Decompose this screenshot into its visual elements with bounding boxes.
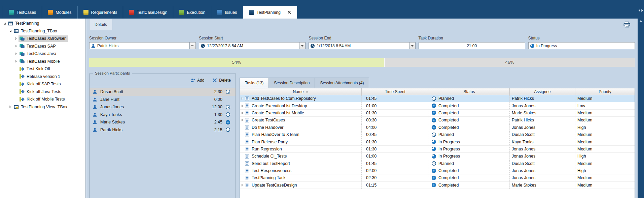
- task-row-run-regression[interactable]: Run Regression01:30In ProgressJonas Jone…: [240, 146, 635, 153]
- task-row-create-executionlist-desktop[interactable]: Create ExecutionList Desktop01:00Complet…: [240, 102, 635, 109]
- delete-participant-label: Delete: [219, 78, 231, 83]
- expanded-expander-icon[interactable]: [8, 28, 13, 33]
- session-start-dropdown-button[interactable]: [299, 43, 305, 49]
- print-icon[interactable]: [623, 22, 630, 28]
- task-time-spent: 01:45: [366, 161, 377, 166]
- tab-requirements[interactable]: Requirements: [78, 6, 123, 19]
- tab-session-description[interactable]: Session Description: [269, 78, 315, 88]
- tab-modules[interactable]: Modules: [42, 6, 77, 19]
- delete-participant-button[interactable]: Delete: [212, 78, 231, 83]
- task-icon: [245, 168, 250, 173]
- tree-item-testcases-xbrowser[interactable]: TestCases XBrowser: [0, 35, 85, 43]
- tab-testplanning[interactable]: TestPlanning: [243, 6, 297, 19]
- column-header-label: Name: [293, 89, 303, 94]
- session-end-label: Session End: [309, 36, 415, 40]
- tab-execution[interactable]: Execution: [173, 6, 211, 19]
- participant-row-patrik-hicks[interactable]: Patrik Hicks2:15: [90, 126, 236, 134]
- collapsed-expander-icon[interactable]: [13, 36, 19, 41]
- task-status-cell: Completed: [429, 124, 510, 131]
- tab-testcases[interactable]: TestCases: [3, 6, 42, 19]
- tree-item-testplanning-view-tbox[interactable]: TestPlanning View_TBox: [0, 103, 85, 111]
- tab-session-attachments-4[interactable]: Session Attachments (4): [315, 78, 369, 88]
- task-row-plan-release-party[interactable]: Plan Release Party01:30In ProgressKaya T…: [240, 138, 635, 145]
- task-row-test-responsiveness[interactable]: Test Responsiveness02:00CompletedJonas J…: [240, 167, 635, 174]
- task-row-testplanning-task[interactable]: TestPlanning Task02:30CompletedJonas Jon…: [240, 174, 635, 181]
- column-header-priority[interactable]: Priority: [575, 88, 635, 95]
- status-input[interactable]: In Progress: [528, 42, 635, 49]
- task-status-cell: Completed: [429, 182, 510, 189]
- column-header-status[interactable]: Status: [429, 88, 510, 95]
- tab-tasks-13[interactable]: Tasks (13): [240, 78, 269, 88]
- task-row-schedule-ci-tests[interactable]: Schedule CI_Tests01:00In ProgressJonas J…: [240, 153, 635, 160]
- tasks-panel: Tasks (13)Session DescriptionSession Att…: [240, 78, 635, 198]
- tree-item-testplanning[interactable]: TestPlanning: [0, 20, 85, 27]
- add-participant-button[interactable]: Add: [190, 78, 204, 83]
- column-header-label: Time Spent: [385, 89, 405, 94]
- tree-item-testcases-mobile[interactable]: TestCases Mobile: [0, 58, 85, 65]
- task-row-update-testcasedesign[interactable]: Update TestCaseDesign01:15CompletedMarie…: [240, 182, 635, 189]
- collapsed-expander-icon[interactable]: [8, 104, 13, 109]
- tree-item-testcases-sap[interactable]: TestCases SAP: [0, 43, 85, 50]
- task-row-send-out-testreport[interactable]: Send out TestReport01:45PlannedDusan Sco…: [240, 160, 635, 167]
- session-owner-browse-button[interactable]: [189, 43, 195, 49]
- participant-row-dusan-scott[interactable]: Dusan Scott2:30: [90, 88, 236, 96]
- session-owner-input[interactable]: Patrik Hicks: [89, 42, 196, 49]
- task-expander-cell: [240, 138, 251, 145]
- task-time-spent: 01:45: [366, 96, 377, 101]
- tree-item-testcases-java[interactable]: TestCases Java: [0, 50, 85, 58]
- collapsed-expander-icon[interactable]: [13, 59, 19, 64]
- session-participants-panel: Session Participants Add Delete Dusan Sc…: [89, 74, 236, 198]
- session-end-dropdown-button[interactable]: [409, 43, 415, 49]
- expand-task-icon[interactable]: [240, 96, 244, 101]
- participant-row-jonas-jones[interactable]: Jonas Jones12:00: [90, 103, 236, 111]
- tree-item-kick-off-java-tests[interactable]: Kick off Java Tests: [0, 88, 85, 96]
- tree-item-content: TestCases XBrowser: [19, 35, 68, 42]
- task-expander-cell: [240, 124, 251, 131]
- task-row-create-testcases[interactable]: Create TestCases00:30CompletedPatrik Hic…: [240, 117, 635, 124]
- tab-scroll-left-icon[interactable]: [638, 9, 641, 12]
- task-row-do-the-handover[interactable]: Do the Handover04:00CompletedJonas Jones…: [240, 124, 635, 131]
- milestone-icon: [20, 97, 25, 102]
- close-icon[interactable]: [287, 10, 291, 14]
- collapsed-expander-icon[interactable]: [13, 44, 19, 49]
- task-name: Create ExecutionList Desktop: [252, 104, 307, 108]
- tab-issues[interactable]: Issues: [211, 6, 243, 19]
- clock-icon: [431, 96, 436, 101]
- participant-row-marie-stokes[interactable]: Marie Stokes2:45: [90, 118, 236, 126]
- tree-item-test-kick-off[interactable]: Test Kick Off: [0, 65, 85, 73]
- tab-details[interactable]: Details: [89, 19, 112, 30]
- expand-task-icon[interactable]: [240, 104, 244, 108]
- expanded-expander-icon[interactable]: [2, 21, 7, 26]
- expand-task-icon[interactable]: [240, 118, 244, 122]
- task-assignee: Jonas Jones: [512, 168, 535, 173]
- tree-item-kick-off-sap-tests[interactable]: Kick off SAP Tests: [0, 80, 85, 88]
- tree-item-release-version-1[interactable]: Release version 1: [0, 73, 85, 81]
- column-header-name[interactable]: Name: [240, 88, 362, 95]
- expand-task-icon[interactable]: [240, 111, 244, 115]
- column-header-assignee[interactable]: Assignee: [510, 88, 575, 95]
- expander-spacer: [240, 125, 244, 130]
- tab-scroll-right-icon[interactable]: [641, 9, 644, 12]
- expand-task-icon[interactable]: [240, 183, 244, 187]
- task-row-plan-handover-to-xteam[interactable]: Plan HandOver to XTeam00:45PlannedDusan …: [240, 131, 635, 138]
- tree-item-testplanning-tbox[interactable]: TestPlanning_TBox: [0, 27, 85, 35]
- task-time-spent-cell: 01:45: [362, 160, 429, 167]
- task-row-add-testcases-to-com-repository[interactable]: Add TestCases to Com.Repository01:45Plan…: [240, 95, 635, 102]
- task-duration-input[interactable]: 21:00: [419, 42, 525, 49]
- tree-item-kick-off-mobile-tests[interactable]: Kick off Mobile Tests: [0, 95, 85, 103]
- task-expander-cell: [240, 95, 251, 102]
- person-icon: [93, 128, 97, 132]
- task-row-create-executionlist-mobile[interactable]: Create ExecutionList Mobile01:30Complete…: [240, 110, 635, 117]
- session-start-input[interactable]: 12/27/2017 8:54 AM: [199, 42, 306, 49]
- session-end-input[interactable]: 1/12/2018 8:54 AM: [309, 42, 415, 49]
- collapsed-expander-icon[interactable]: [13, 51, 19, 56]
- tree-item-label: TestPlanning_TBox: [21, 29, 57, 33]
- participant-row-kaya-tonks[interactable]: Kaya Tonks1:30: [90, 111, 236, 119]
- completed-icon: [225, 120, 230, 125]
- tree-item-label: Kick off Java Tests: [27, 89, 61, 94]
- completed-icon: [431, 110, 436, 115]
- scroll-up-icon[interactable]: [639, 20, 642, 22]
- participant-row-jane-hunt[interactable]: Jane Hunt0:00: [90, 96, 236, 104]
- column-header-time-spent[interactable]: Time Spent: [362, 88, 429, 95]
- tab-testcasedesign[interactable]: TestCaseDesign: [123, 6, 173, 19]
